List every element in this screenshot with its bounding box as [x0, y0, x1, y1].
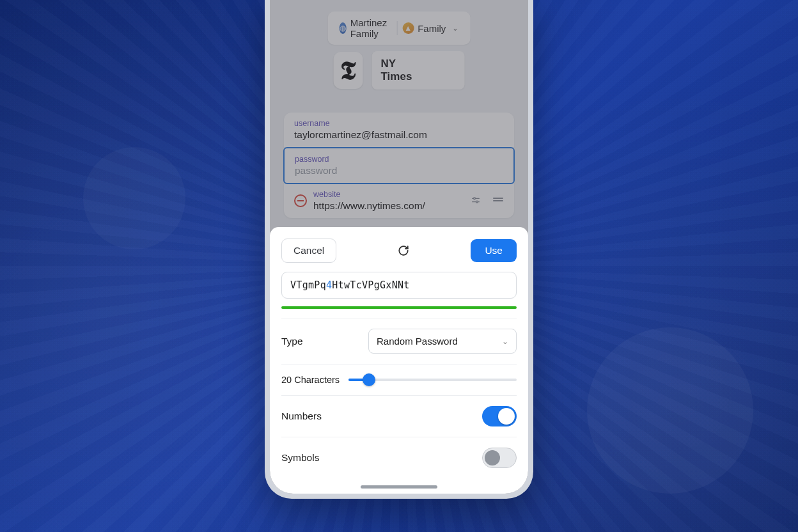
screen: ◍ Martinez Family ▲ Family ⌄ 𝕿 NY Times … [270, 0, 528, 494]
generated-password[interactable]: VTgmPq4HtwTcVPgGxNNt [281, 272, 517, 299]
numbers-toggle[interactable] [482, 406, 517, 426]
symbols-label: Symbols [281, 452, 319, 464]
toggle-knob [498, 408, 515, 425]
home-indicator[interactable] [361, 485, 437, 489]
symbols-toggle[interactable] [482, 448, 517, 468]
length-slider[interactable] [348, 379, 517, 381]
slider-thumb[interactable] [363, 373, 375, 386]
symbols-row: Symbols [281, 437, 517, 478]
cancel-button[interactable]: Cancel [281, 239, 336, 263]
use-button[interactable]: Use [471, 239, 517, 262]
refresh-icon [398, 245, 409, 256]
numbers-row: Numbers [281, 395, 517, 437]
chevron-down-icon: ⌄ [502, 337, 508, 346]
numbers-label: Numbers [281, 411, 322, 422]
toggle-knob [485, 450, 500, 465]
type-label: Type [281, 336, 303, 347]
type-value: Random Password [377, 336, 458, 347]
password-generator-sheet: Cancel Use VTgmPq4HtwTcVPgGxNNt Type Ran… [270, 227, 528, 494]
type-select[interactable]: Random Password ⌄ [368, 329, 517, 354]
strength-bar [281, 306, 517, 309]
regenerate-button[interactable] [395, 242, 412, 260]
length-label: 20 Characters [281, 375, 340, 385]
length-row: 20 Characters [281, 364, 517, 395]
device-frame: ◍ Martinez Family ▲ Family ⌄ 𝕿 NY Times … [265, 0, 533, 499]
type-row: Type Random Password ⌄ [281, 318, 517, 364]
